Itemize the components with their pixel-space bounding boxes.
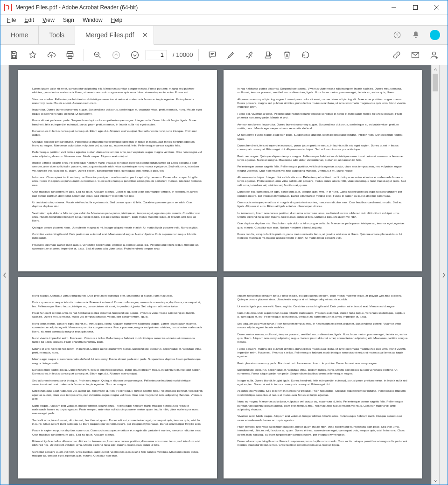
left-panel-toggle[interactable]	[0, 65, 9, 485]
menubar: File Edit View Sign Window Help	[0, 15, 448, 25]
pdf-page[interactable]: In hac habitasse platea dictumst. Suspen…	[224, 70, 422, 271]
page-paragraph: Donec elit est, consectetuer eget, conse…	[238, 190, 408, 198]
page-paragraph: Lorem ipsum dolor sit amet, consectetur …	[32, 87, 203, 95]
menu-window[interactable]: Window	[79, 16, 106, 24]
page-paragraph: Nunc ac magna. Maecenas odio dolor, vulp…	[238, 400, 408, 411]
app-icon	[4, 4, 12, 11]
page-paragraph: Donec ut est in lectus consequat consequ…	[32, 129, 203, 137]
maximize-button[interactable]	[405, 0, 426, 15]
svg-rect-9	[68, 55, 72, 58]
page-paragraph: Nullam hendrerit bibendum justo. Fusce i…	[238, 294, 408, 302]
page-paragraph: Donec metus massa, mollis vel, tempus pl…	[238, 333, 408, 344]
pdf-page[interactable]: Lorem ipsum dolor sit amet, consectetur …	[18, 70, 217, 271]
page-paragraph: Integer ultrices lobortis eros. Pellente…	[32, 161, 203, 173]
page-up-icon[interactable]	[108, 47, 124, 63]
svg-point-13	[113, 51, 120, 58]
page-paragraph: Mauris eget neque at sem venenatis eleif…	[32, 357, 203, 365]
page-paragraph: Nam vulputate. Duis a quam non neque lob…	[238, 311, 408, 319]
tabbar: Home Tools Merged Files.pdf ✕ ?	[0, 25, 448, 45]
page-paragraph: Fusce iaculis, est quis lacinia pretium,…	[238, 232, 408, 240]
svg-text:?: ?	[396, 33, 398, 37]
vertical-scrollbar[interactable]	[431, 65, 439, 485]
highlight-icon[interactable]	[223, 47, 239, 63]
link-icon[interactable]	[389, 47, 405, 63]
right-panel-toggle[interactable]	[439, 65, 448, 485]
svg-rect-17	[266, 52, 270, 55]
page-paragraph: Ut tincidunt volutpat urna. Mauris eleif…	[32, 201, 203, 208]
page-paragraph: Sed velit urna, interdum vel, ultricies …	[32, 418, 203, 426]
tab-document[interactable]: Merged Files.pdf ✕	[75, 26, 154, 45]
page-paragraph: Curabitur varius fringilla nisl. Duis pr…	[32, 232, 203, 240]
document-viewport[interactable]: Lorem ipsum dolor sit amet, consectetur …	[9, 65, 431, 485]
page-paragraph: In porttitor. Donec laoreet nonummy augu…	[32, 108, 203, 116]
scroll-down-icon[interactable]	[432, 477, 439, 485]
menu-sign[interactable]: Sign	[59, 16, 78, 24]
print-icon[interactable]	[62, 47, 78, 63]
page-paragraph: Pellentesque porttitor, velit lacinia eg…	[32, 150, 203, 158]
page-paragraph: Fusce est. Vivamus a tellus. Pellentesqu…	[238, 112, 408, 120]
page-paragraph: In fermentum, lorem non cursus porttitor…	[238, 211, 408, 219]
page-paragraph: Fusce aliquet pede non pede. Suspendisse…	[32, 118, 203, 126]
page-paragraph: Vivamus a tellus. Pellentesque habitant …	[32, 97, 203, 105]
sign-icon[interactable]	[242, 47, 258, 63]
page-paragraph: In hac habitasse platea dictumst. Suspen…	[238, 87, 408, 95]
menu-help[interactable]: Help	[107, 16, 126, 24]
separator	[84, 49, 84, 61]
delete-icon[interactable]	[279, 47, 295, 63]
page-paragraph: Proin pharetra nonummy pede. Mauris et o…	[238, 361, 408, 365]
page-paragraph: Aliquam nonummy adipiscing augue. Lorem …	[238, 97, 408, 109]
tab-document-label: Merged Files.pdf	[85, 31, 134, 39]
avatar[interactable]	[430, 30, 440, 40]
separator	[198, 49, 199, 61]
stamp-icon[interactable]	[260, 47, 276, 63]
menu-edit[interactable]: Edit	[21, 16, 38, 24]
toolbar: / 10000	[0, 45, 448, 65]
page-paragraph: Morbi neque. Aliquam erat volutpat. Inte…	[32, 404, 203, 416]
page-paragraph: Sed aliquam odio vitae tortor. Proin hen…	[238, 322, 408, 330]
menu-file[interactable]: File	[3, 16, 20, 24]
page-down-icon[interactable]	[127, 47, 143, 63]
page-paragraph: Quisque ornare placerat risus. Ut molest…	[32, 226, 203, 229]
page-paragraph: Mauris et orci. Aenean nec lorem. In por…	[32, 347, 203, 355]
tab-home[interactable]: Home	[0, 26, 39, 44]
zoom-out-icon[interactable]	[90, 47, 105, 63]
page-paragraph: Vestibulum quis dolor a felis congue veh…	[32, 211, 203, 223]
page-paragraph: Ut nonummy. Fusce aliquet pede non pede.…	[238, 133, 408, 141]
page-paragraph: Quisque aliquam tempor magna. Pellentesq…	[32, 140, 203, 148]
help-icon[interactable]: ?	[392, 30, 402, 40]
pdf-page[interactable]: Nullam hendrerit bibendum justo. Fusce i…	[224, 277, 422, 478]
page-paragraph: Pellentesque cursus sagittis felis. Pell…	[238, 165, 408, 173]
email-icon[interactable]	[407, 47, 423, 63]
svg-line-11	[99, 56, 101, 58]
svg-point-14	[132, 51, 139, 58]
tab-tools[interactable]: Tools	[39, 26, 75, 44]
svg-rect-6	[13, 55, 16, 57]
share-icon[interactable]	[426, 47, 442, 63]
page-paragraph: Curabitur posuere quam vel nibh. Cras da…	[32, 450, 203, 458]
page-paragraph: Aliquam erat volutpat. Integer ultrices …	[238, 175, 408, 187]
page-paragraph: Aliquam erat volutpat. Sed at lorem in n…	[238, 389, 408, 397]
save-icon[interactable]	[6, 47, 22, 63]
page-paragraph: Proin nec augue. Quisque aliquam tempor …	[238, 154, 408, 162]
window-title: Merged Files.pdf - Adobe Acrobat Reader …	[15, 4, 383, 11]
star-icon[interactable]	[25, 47, 41, 63]
page-paragraph: Nunc lacus metus, posuere eget, lacinia …	[32, 322, 203, 333]
minimize-button[interactable]	[383, 0, 405, 15]
page-paragraph: In in nunc. Class aptent taciti sociosqu…	[32, 175, 203, 187]
bell-icon[interactable]	[411, 30, 420, 40]
page-number-input[interactable]	[146, 50, 167, 60]
tab-close-icon[interactable]: ✕	[142, 31, 148, 39]
page-paragraph: Praesent euismod. Donec nulla augue, ven…	[32, 243, 203, 251]
cloud-upload-icon[interactable]	[43, 47, 59, 63]
close-button[interactable]	[426, 0, 448, 15]
menu-view[interactable]: View	[39, 16, 58, 24]
page-paragraph: Integer nulla. Donec blandit feugiat lig…	[238, 379, 408, 387]
workspace: Lorem ipsum dolor sit amet, consectetur …	[0, 65, 448, 485]
rotate-icon[interactable]	[298, 47, 314, 63]
comment-icon[interactable]	[204, 47, 220, 63]
scroll-up-icon[interactable]	[432, 65, 439, 73]
scroll-thumb[interactable]	[433, 74, 438, 91]
pdf-page[interactable]: Nunc sagittis. Curabitur varius fringill…	[18, 277, 217, 478]
page-paragraph: Duis a quam non neque lobortis malesuada…	[32, 300, 203, 308]
page-count: / 10000	[173, 51, 193, 58]
